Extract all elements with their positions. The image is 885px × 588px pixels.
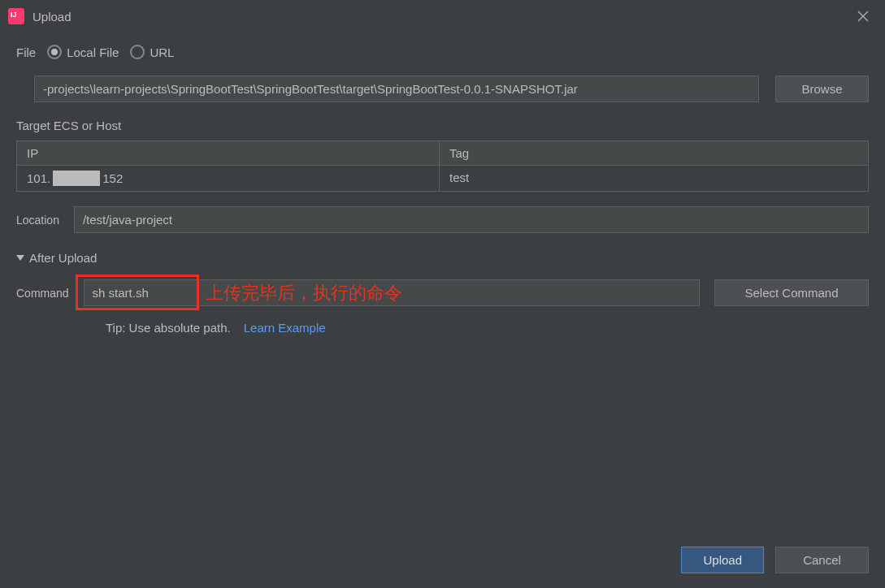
- app-icon: [8, 8, 24, 24]
- title-bar: Upload: [0, 0, 885, 32]
- radio-icon: [130, 45, 145, 59]
- tag-header: Tag: [440, 141, 868, 165]
- target-ecs-label: Target ECS or Host: [16, 119, 869, 132]
- window-title: Upload: [33, 10, 72, 24]
- ecs-table: IP Tag 101. 152 test: [16, 141, 869, 192]
- after-upload-label: After Upload: [29, 251, 97, 265]
- select-command-button[interactable]: Select Command: [714, 279, 869, 306]
- local-file-radio[interactable]: Local File: [47, 45, 119, 59]
- ip-header: IP: [17, 141, 440, 165]
- ip-mask: [53, 171, 100, 186]
- table-row[interactable]: 101. 152 test: [17, 166, 868, 191]
- file-path-input[interactable]: -projects\learn-projects\SpringBootTest\…: [34, 76, 759, 102]
- chevron-down-icon: [16, 255, 24, 261]
- table-header: IP Tag: [17, 141, 868, 166]
- ip-part2: 152: [102, 171, 123, 185]
- after-upload-toggle[interactable]: After Upload: [16, 251, 869, 265]
- command-label: Command: [16, 287, 69, 300]
- command-input[interactable]: sh start.sh: [84, 279, 700, 306]
- local-file-radio-label: Local File: [67, 45, 119, 59]
- tip-text: Tip: Use absolute path.: [106, 321, 231, 335]
- radio-icon: [47, 45, 62, 59]
- tag-cell: test: [440, 166, 868, 191]
- url-radio-label: URL: [150, 45, 174, 59]
- close-icon: [857, 11, 869, 22]
- location-label: Location: [16, 214, 59, 227]
- upload-button[interactable]: Upload: [681, 547, 764, 573]
- browse-button[interactable]: Browse: [775, 76, 869, 102]
- file-label: File: [16, 45, 36, 59]
- dialog-footer: Upload Cancel: [681, 547, 869, 573]
- location-input[interactable]: /test/java-project: [74, 206, 869, 233]
- close-button[interactable]: [853, 6, 873, 26]
- url-radio[interactable]: URL: [130, 45, 174, 59]
- learn-example-link[interactable]: Learn Example: [244, 321, 326, 335]
- cancel-button[interactable]: Cancel: [775, 547, 869, 573]
- ip-part1: 101.: [27, 171, 50, 185]
- ip-cell: 101. 152: [17, 166, 440, 191]
